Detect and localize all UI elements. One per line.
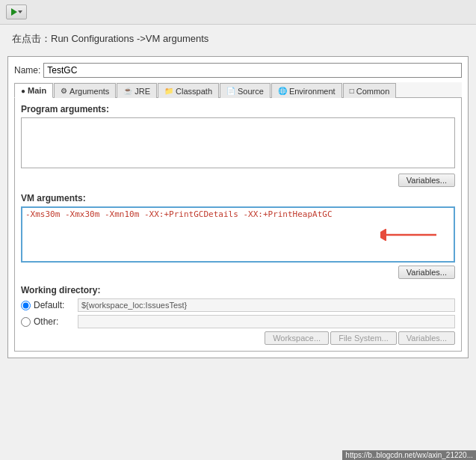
- other-dir-row: Other:: [21, 315, 455, 328]
- name-input[interactable]: [43, 63, 462, 78]
- default-dir-radio-label: Default:: [34, 300, 75, 310]
- vm-args-label: VM arguments:: [21, 193, 455, 203]
- working-dir-label: Working directory:: [21, 285, 455, 295]
- program-args-textarea[interactable]: [21, 117, 455, 168]
- tab-jre-label: JRE: [135, 87, 150, 96]
- environment-tab-icon: 🌐: [278, 87, 287, 95]
- tab-common[interactable]: □ Common: [343, 83, 397, 98]
- tab-content: Program arguments: Variables... VM argum…: [14, 98, 462, 352]
- program-args-label: Program arguments:: [21, 104, 455, 114]
- tab-environment-label: Environment: [289, 87, 336, 96]
- url-bar: https://b..blogcdn.net/wx/axin_21220...: [342, 450, 476, 460]
- tab-classpath[interactable]: 📁 Classpath: [158, 83, 219, 98]
- play-icon: [11, 8, 17, 16]
- source-tab-icon: 📄: [226, 87, 235, 95]
- vm-args-btn-row: Variables...: [21, 266, 455, 279]
- default-radio[interactable]: [21, 301, 31, 310]
- toolbar: [0, 0, 476, 25]
- tab-main[interactable]: ● Main: [14, 83, 53, 98]
- default-dir-input[interactable]: [78, 298, 455, 312]
- variables-button-bottom[interactable]: Variables...: [398, 331, 455, 345]
- tab-classpath-label: Classpath: [176, 87, 212, 96]
- jre-tab-icon: ☕: [123, 87, 132, 95]
- program-args-btn-row: Variables...: [21, 174, 455, 187]
- tab-main-label: Main: [28, 86, 46, 95]
- arguments-tab-icon: ⚙: [61, 87, 67, 95]
- file-system-button[interactable]: File System...: [330, 331, 397, 345]
- main-tab-icon: ●: [21, 87, 25, 95]
- name-row: Name:: [14, 63, 462, 78]
- run-configurations-dialog: Name: ● Main ⚙ Arguments ☕ JRE 📁 Classpa…: [7, 56, 469, 358]
- workspace-button[interactable]: Workspace...: [265, 331, 329, 345]
- instruction-label: 在点击：Run Configurations ->VM arguments: [12, 33, 208, 44]
- common-tab-icon: □: [350, 87, 354, 95]
- dropdown-arrow-icon: [18, 10, 22, 13]
- classpath-tab-icon: 📁: [164, 87, 173, 95]
- program-args-container: [21, 117, 455, 171]
- tab-source[interactable]: 📄 Source: [220, 83, 271, 98]
- other-dir-input[interactable]: [78, 315, 455, 328]
- bottom-btns-row: Workspace... File System... Variables...: [21, 331, 455, 345]
- tab-arguments[interactable]: ⚙ Arguments: [54, 83, 116, 98]
- run-button[interactable]: [6, 4, 27, 19]
- instruction-text: 在点击：Run Configurations ->VM arguments: [0, 25, 476, 53]
- other-radio[interactable]: [21, 317, 31, 327]
- tab-arguments-label: Arguments: [69, 87, 109, 96]
- tab-common-label: Common: [356, 87, 390, 96]
- program-args-variables-button[interactable]: Variables...: [398, 174, 455, 187]
- tabs-bar: ● Main ⚙ Arguments ☕ JRE 📁 Classpath 📄 S…: [14, 82, 462, 98]
- name-field-label: Name:: [14, 65, 40, 76]
- tab-source-label: Source: [238, 87, 264, 96]
- vm-args-textarea[interactable]: -Xms30m -Xmx30m -Xmn10m -XX:+PrintGCDeta…: [22, 208, 454, 259]
- other-dir-radio-label: Other:: [34, 316, 75, 327]
- tab-jre[interactable]: ☕ JRE: [117, 83, 157, 98]
- default-dir-row: Default:: [21, 298, 455, 312]
- tab-environment[interactable]: 🌐 Environment: [271, 83, 342, 98]
- working-directory-section: Working directory: Default: Other: Works…: [21, 285, 455, 345]
- vm-args-variables-button[interactable]: Variables...: [398, 266, 455, 279]
- vm-args-area: -Xms30m -Xmx30m -Xmn10m -XX:+PrintGCDeta…: [21, 206, 455, 263]
